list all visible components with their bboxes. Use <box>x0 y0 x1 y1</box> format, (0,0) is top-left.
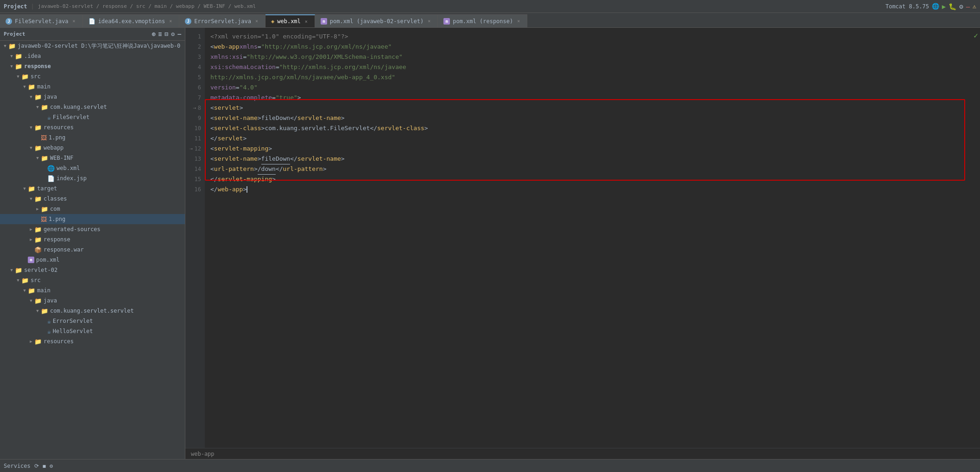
tree-item-5[interactable]: ▼📁java <box>0 92 185 102</box>
tree-item-22[interactable]: ▼📁servlet-02 <box>0 265 185 275</box>
tree-item-18[interactable]: ▶📁generated-sources <box>0 224 185 234</box>
tree-icon-7: ☕ <box>47 114 51 121</box>
tab-close-ErrorServlet[interactable]: × <box>254 18 259 24</box>
tab-close-pomresponse[interactable]: × <box>516 18 521 24</box>
tree-arrow-22[interactable]: ▼ <box>8 268 15 272</box>
tree-item-12[interactable]: 🌐web.xml <box>0 163 185 173</box>
tab-close-webxml[interactable]: × <box>303 19 309 25</box>
tab-icon-pomresponse: m <box>443 18 450 25</box>
tree-arrow-0[interactable]: ▼ <box>2 44 8 48</box>
tree-item-9[interactable]: 🖼1.png <box>0 132 185 143</box>
icon-play[interactable]: ▶ <box>942 3 946 10</box>
tree-arrow-11[interactable]: ▼ <box>34 156 41 160</box>
tree-item-15[interactable]: ▼📁classes <box>0 194 185 204</box>
tab-close-FileServlet[interactable]: × <box>71 18 77 24</box>
tree-label-13: index.jsp <box>57 175 87 182</box>
tree-item-20[interactable]: 📦response.war <box>0 245 185 255</box>
icon-network[interactable]: 🌐 <box>932 3 939 10</box>
tree-item-24[interactable]: ▼📁main <box>0 285 185 296</box>
tree-icon-6: 📁 <box>41 104 48 111</box>
tree-arrow-8[interactable]: ▼ <box>28 125 34 130</box>
tree-item-11[interactable]: ▼📁WEB-INF <box>0 153 185 163</box>
tree-item-10[interactable]: ▼📁webapp <box>0 143 185 153</box>
tree-item-1[interactable]: ▼📁.idea <box>0 51 185 61</box>
tree-arrow-10[interactable]: ▼ <box>28 145 34 150</box>
tree-icon-5: 📁 <box>34 94 42 101</box>
tree-item-26[interactable]: ▼📁com.kuang.servlet.servlet <box>0 306 185 316</box>
tree-arrow-23[interactable]: ▼ <box>15 278 21 283</box>
icon-gear[interactable]: ⚙ <box>171 31 175 38</box>
tree-item-21[interactable]: mpom.xml <box>0 255 185 265</box>
tree-item-0[interactable]: ▼📁javaweb-02-servlet D:\学习笔记\狂神说Java\jav… <box>0 41 185 51</box>
tree-arrow-15[interactable]: ▼ <box>28 196 34 201</box>
tree-icon-29: 📁 <box>34 338 42 345</box>
tree-arrow-18[interactable]: ▶ <box>28 227 34 232</box>
code-line-8: <servlet> <box>210 103 974 113</box>
tree-item-2[interactable]: ▼📁response <box>0 61 185 71</box>
tree-item-7[interactable]: ☕FileServlet <box>0 112 185 122</box>
icon-expand[interactable]: ≡ <box>158 31 162 38</box>
tree-arrow-26[interactable]: ▼ <box>34 308 41 313</box>
editor-breadcrumb: web-app <box>185 448 980 459</box>
tree-label-29: resources <box>44 338 74 345</box>
icon-minimize[interactable]: — <box>966 3 970 10</box>
icon-warning[interactable]: ⚠ <box>973 3 976 10</box>
tree-icon-0: 📁 <box>8 43 16 50</box>
tree-item-19[interactable]: ▶📁response <box>0 234 185 245</box>
tree-arrow-29[interactable]: ▶ <box>28 339 34 344</box>
icon-services-settings[interactable]: ⚙ <box>50 463 53 469</box>
tree-arrow-14[interactable]: ▼ <box>21 186 28 191</box>
tree-item-8[interactable]: ▼📁resources <box>0 122 185 132</box>
tree-arrow-2[interactable]: ▼ <box>8 64 15 69</box>
gutter-icon-8[interactable]: ⇢ <box>193 103 196 113</box>
tab-idea64[interactable]: 📄idea64.exe.vmoptions× <box>83 14 180 27</box>
tab-webxml[interactable]: ◈web.xml× <box>266 14 315 27</box>
line-number-10: 10 <box>185 123 201 133</box>
tab-icon-FileServlet: J <box>6 18 12 25</box>
tree-arrow-4[interactable]: ▼ <box>21 84 28 89</box>
tree-arrow-25[interactable]: ▼ <box>28 298 34 303</box>
tree-item-6[interactable]: ▼📁com.kuang.servlet <box>0 102 185 112</box>
line-number-14: 14 <box>185 164 201 174</box>
tree-arrow-6[interactable]: ▼ <box>34 105 41 109</box>
line-number-6: 6 <box>185 82 201 93</box>
tab-FileServlet[interactable]: JFileServlet.java× <box>0 14 83 27</box>
tree-item-27[interactable]: ☕ErrorServlet <box>0 316 185 326</box>
tab-close-pomservlet[interactable]: × <box>426 18 432 24</box>
tab-label-webxml: web.xml <box>277 18 301 25</box>
tree-item-16[interactable]: ▶📁com <box>0 204 185 214</box>
tree-item-3[interactable]: ▼📁src <box>0 71 185 82</box>
tab-close-idea64[interactable]: × <box>168 18 173 24</box>
tree-icon-2: 📁 <box>15 63 22 70</box>
icon-sync[interactable]: ⊕ <box>152 31 156 38</box>
icon-debug[interactable]: 🐛 <box>948 3 956 10</box>
breadcrumb: javaweb-02-servlet / response / src / ma… <box>38 3 256 9</box>
tree-item-17[interactable]: 🖼1.png <box>0 214 185 224</box>
tree-arrow-19[interactable]: ▶ <box>28 237 34 242</box>
tree-label-8: resources <box>44 124 74 131</box>
tree-item-25[interactable]: ▼📁java <box>0 296 185 306</box>
tree-item-28[interactable]: ☕HelloServlet <box>0 326 185 336</box>
icon-collapse[interactable]: ⊟ <box>165 31 169 38</box>
gutter-icon-12[interactable]: ⇢ <box>190 144 193 154</box>
code-area[interactable]: ✓ <?xml version="1.0" encoding="UTF-8"?>… <box>205 28 980 448</box>
tab-pomresponse[interactable]: mpom.xml (response)× <box>438 14 527 27</box>
tab-pomservlet[interactable]: mpom.xml (javaweb-02-servlet)× <box>315 14 438 27</box>
tree-arrow-1[interactable]: ▼ <box>8 54 15 58</box>
icon-close[interactable]: — <box>177 31 181 38</box>
icon-services-sync[interactable]: ⟳ <box>34 463 39 469</box>
icon-services-stop[interactable]: ◼ <box>43 463 46 469</box>
tree-item-29[interactable]: ▶📁resources <box>0 336 185 346</box>
tree-item-23[interactable]: ▼📁src <box>0 275 185 285</box>
tree-arrow-5[interactable]: ▼ <box>28 94 34 99</box>
tree-item-13[interactable]: 📄index.jsp <box>0 173 185 183</box>
tree-arrow-24[interactable]: ▼ <box>21 288 28 293</box>
icon-settings[interactable]: ⚙ <box>959 3 963 10</box>
sidebar-header: Project ⊕ ≡ ⊟ ⚙ — <box>0 28 185 41</box>
tree-item-4[interactable]: ▼📁main <box>0 82 185 92</box>
tab-bar: JFileServlet.java×📄idea64.exe.vmoptions×… <box>0 13 980 28</box>
tab-ErrorServlet[interactable]: JErrorServlet.java× <box>179 14 266 27</box>
tree-arrow-3[interactable]: ▼ <box>15 74 21 79</box>
tree-arrow-16[interactable]: ▶ <box>34 207 41 211</box>
tree-item-14[interactable]: ▼📁target <box>0 183 185 194</box>
